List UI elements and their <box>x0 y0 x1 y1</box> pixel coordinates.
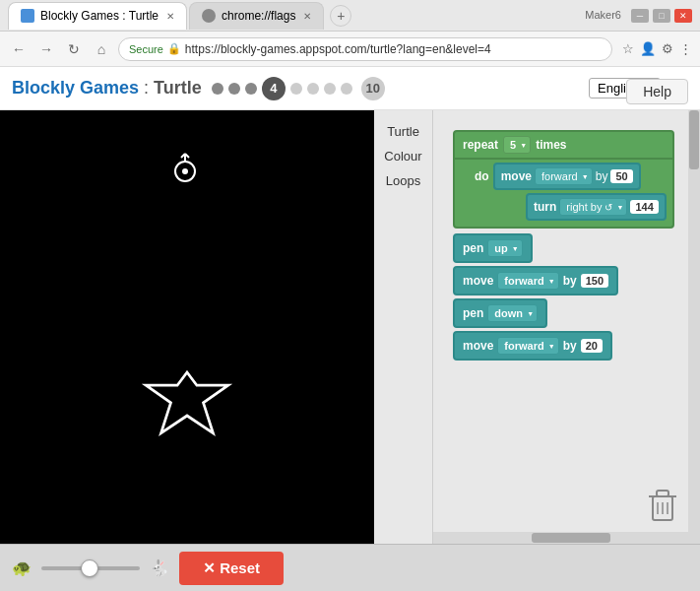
address-text: https://blockly-games.appspot.com/turtle… <box>185 42 491 56</box>
level-dot-3 <box>245 83 257 95</box>
pen-up-block[interactable]: pen up <box>453 233 533 263</box>
category-tabs: Turtle Colour Loops <box>374 110 433 544</box>
menu-icon[interactable]: ⋮ <box>679 41 692 56</box>
move-amount-2[interactable]: 150 <box>581 274 608 288</box>
horizontal-scrollbar-thumb[interactable] <box>532 533 610 543</box>
pen-up-block-wrapper: pen up <box>453 233 674 263</box>
pen-label-2: pen <box>463 306 483 320</box>
tab-favicon-flags <box>202 9 216 23</box>
drawing-canvas <box>0 110 374 544</box>
browser-titlebar: Blockly Games : Turtle ✕ chrome://flags … <box>0 0 700 32</box>
bookmark-icon[interactable]: ☆ <box>622 41 634 56</box>
level-dot-8 <box>341 83 352 95</box>
page-content: Blockly Games : Turtle 4 10 English 🔗 He… <box>0 67 700 591</box>
move-block-3[interactable]: move forward by 20 <box>453 331 612 361</box>
address-bar-area: ← → ↻ ⌂ Secure 🔒 https://blockly-games.a… <box>0 32 700 67</box>
do-row-2: turn right by ↺ 144 <box>475 193 667 221</box>
tab-label-blockly: Blockly Games : Turtle <box>40 9 159 23</box>
turn-amount[interactable]: 144 <box>630 200 658 214</box>
by-label-1: by <box>596 169 608 183</box>
forward-button[interactable]: → <box>35 41 57 57</box>
reset-button[interactable]: ✕ Reset <box>179 552 284 585</box>
move-block-1[interactable]: move forward by 50 <box>493 163 641 190</box>
repeat-body: do move forward by 50 turn <box>453 160 674 229</box>
tab-favicon-blockly <box>21 9 34 23</box>
tab-loops[interactable]: Loops <box>374 169 432 192</box>
address-input[interactable]: Secure 🔒 https://blockly-games.appspot.c… <box>118 37 612 61</box>
secure-label: Secure <box>129 43 163 55</box>
level-dot-7 <box>324 83 336 95</box>
extensions-icon[interactable]: ⚙ <box>662 41 673 56</box>
turn-label: turn <box>534 200 556 214</box>
profile-icon[interactable]: 👤 <box>640 41 656 56</box>
vertical-scrollbar-thumb[interactable] <box>689 110 699 169</box>
minimize-button[interactable]: ─ <box>631 9 649 23</box>
speed-thumb[interactable] <box>81 559 98 577</box>
turtle-canvas <box>0 110 374 544</box>
by-label-2: by <box>563 274 577 288</box>
tab-blockly[interactable]: Blockly Games : Turtle ✕ <box>8 2 187 30</box>
level-dot-5 <box>290 83 302 95</box>
do-row-1: do move forward by 50 <box>475 163 667 190</box>
direction-dropdown-2[interactable]: forward <box>497 272 558 290</box>
tab-label-flags: chrome://flags <box>222 9 295 23</box>
current-level: 4 <box>262 77 286 100</box>
pen-down-block-wrapper: pen down <box>453 298 674 328</box>
move-amount-3[interactable]: 20 <box>581 339 603 353</box>
new-tab-button[interactable]: + <box>330 5 351 27</box>
move-label-3: move <box>463 339 493 353</box>
reload-button[interactable]: ↻ <box>63 41 85 57</box>
pen-state-dropdown-2[interactable]: down <box>487 304 538 322</box>
move-label-1: move <box>501 169 532 183</box>
tab-close-blockly[interactable]: ✕ <box>166 11 174 22</box>
direction-dropdown-3[interactable]: forward <box>497 337 558 355</box>
plus-icon: + <box>337 8 345 24</box>
turn-direction-dropdown[interactable]: right by ↺ <box>559 198 627 216</box>
level-dot-2 <box>228 83 240 95</box>
trash-icon[interactable] <box>645 485 680 524</box>
bottom-bar: 🐢 🐇 ✕ Reset <box>0 544 700 591</box>
blocks-container: repeat 5 times do move forward by 5 <box>453 130 674 363</box>
repeat-count-dropdown[interactable]: 5 <box>503 136 531 154</box>
move-block-2[interactable]: move forward by 150 <box>453 266 618 296</box>
tab-flags[interactable]: chrome://flags ✕ <box>189 2 324 30</box>
main-area: Turtle Colour Loops repeat 5 times do <box>0 110 700 544</box>
game-header: Blockly Games : Turtle 4 10 English 🔗 <box>0 67 700 110</box>
level-progress: 4 10 <box>212 77 385 100</box>
home-button[interactable]: ⌂ <box>91 41 112 57</box>
maximize-button[interactable]: □ <box>653 9 670 23</box>
help-button[interactable]: Help <box>626 79 688 104</box>
slow-speed-icon: 🐢 <box>12 558 32 577</box>
move-label-2: move <box>463 274 493 288</box>
close-button[interactable]: ✕ <box>674 9 692 23</box>
tab-colour[interactable]: Colour <box>374 145 432 167</box>
level-dot-6 <box>307 83 319 95</box>
speed-slider[interactable] <box>41 566 140 570</box>
direction-dropdown-1[interactable]: forward <box>535 167 593 185</box>
fast-speed-icon: 🐇 <box>150 558 169 577</box>
help-btn-container: Help <box>626 79 688 104</box>
total-levels: 10 <box>361 77 385 100</box>
makers-label: Maker6 <box>585 9 621 23</box>
back-button[interactable]: ← <box>8 41 30 57</box>
turn-block[interactable]: turn right by ↺ 144 <box>526 193 667 221</box>
svg-rect-8 <box>657 491 668 496</box>
blockly-games-label: Blockly Games <box>12 78 139 98</box>
turtle-cursor <box>175 154 195 181</box>
move-amount-1[interactable]: 50 <box>610 169 632 183</box>
separator: : <box>139 78 154 98</box>
move-block-2-wrapper: move forward by 150 <box>453 266 674 296</box>
level-dot-1 <box>212 83 223 95</box>
move-block-3-wrapper: move forward by 20 <box>453 331 674 361</box>
svg-marker-5 <box>146 372 228 433</box>
pen-label-1: pen <box>463 241 483 255</box>
pen-down-block[interactable]: pen down <box>453 298 547 328</box>
repeat-header: repeat 5 times <box>453 130 674 160</box>
pen-state-dropdown-1[interactable]: up <box>487 239 522 257</box>
horizontal-scrollbar[interactable] <box>433 532 688 544</box>
repeat-block[interactable]: repeat 5 times do move forward by 5 <box>453 130 674 229</box>
blockly-workspace[interactable]: repeat 5 times do move forward by 5 <box>433 110 700 544</box>
vertical-scrollbar[interactable] <box>688 110 700 544</box>
tab-turtle[interactable]: Turtle <box>374 120 432 143</box>
tab-close-flags[interactable]: ✕ <box>303 11 311 22</box>
